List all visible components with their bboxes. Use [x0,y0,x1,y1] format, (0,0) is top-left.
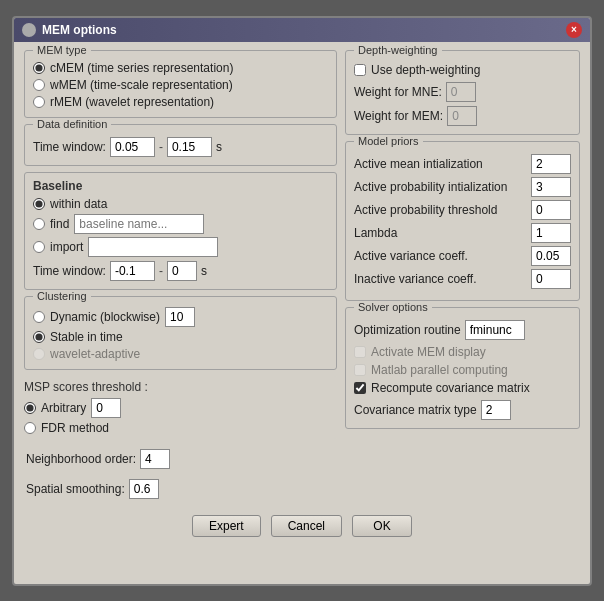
depth-weighting-title: Depth-weighting [354,44,442,56]
baseline-options: within data find import [33,197,328,257]
ok-button[interactable]: OK [352,515,412,537]
button-footer: Expert Cancel OK [14,507,590,547]
dialog-window: MEM options × MEM type cMEM (time series… [12,16,592,586]
wavelet-option[interactable]: wavelet-adaptive [33,347,328,361]
dynamic-option[interactable]: Dynamic (blockwise) [33,307,328,327]
covariance-input[interactable] [481,400,511,420]
baseline-time-unit: s [201,264,207,278]
arbitrary-label: Arbitrary [41,401,86,415]
dynamic-radio[interactable] [33,311,45,323]
activate-mem-label: Activate MEM display [371,345,486,359]
weight-mne-input[interactable] [446,82,476,102]
model-input-4[interactable] [531,246,571,266]
wmem-option[interactable]: wMEM (time-scale representation) [33,78,328,92]
model-row-4: Active variance coeff. [354,246,571,266]
stable-label: Stable in time [50,330,123,344]
stable-option[interactable]: Stable in time [33,330,328,344]
msp-title: MSP scores threshold : [24,380,337,394]
model-input-3[interactable] [531,223,571,243]
spatial-label: Spatial smoothing: [26,482,125,496]
within-data-radio[interactable] [33,198,45,210]
baseline-group: Baseline within data find import [24,172,337,290]
weight-mem-input[interactable] [447,106,477,126]
dynamic-label: Dynamic (blockwise) [50,310,160,324]
spatial-input[interactable] [129,479,159,499]
solver-options-title: Solver options [354,301,432,313]
wavelet-label: wavelet-adaptive [50,347,140,361]
activate-mem-checkbox[interactable] [354,346,366,358]
weight-mne-row: Weight for MNE: [354,82,571,102]
solver-options-group: Solver options Optimization routine Acti… [345,307,580,429]
time-end-input[interactable] [167,137,212,157]
model-label-5: Inactive variance coeff. [354,272,531,286]
cmem-label: cMEM (time series representation) [50,61,233,75]
close-button[interactable]: × [566,22,582,38]
arbitrary-value-input[interactable] [91,398,121,418]
find-radio[interactable] [33,218,45,230]
arbitrary-option[interactable]: Arbitrary [24,398,337,418]
time-unit: s [216,140,222,154]
optimization-input[interactable] [465,320,525,340]
recompute-checkbox[interactable] [354,382,366,394]
cmem-option[interactable]: cMEM (time series representation) [33,61,328,75]
covariance-row: Covariance matrix type [354,400,571,420]
fdr-radio[interactable] [24,422,36,434]
covariance-label: Covariance matrix type [354,403,477,417]
msp-group: MSP scores threshold : Arbitrary FDR met… [24,376,337,439]
activate-mem-option[interactable]: Activate MEM display [354,345,571,359]
use-depth-checkbox[interactable] [354,64,366,76]
wmem-radio[interactable] [33,79,45,91]
wavelet-radio[interactable] [33,348,45,360]
baseline-time-row: Time window: - s [33,261,328,281]
baseline-time-start[interactable] [110,261,155,281]
model-row-2: Active probability threshold [354,200,571,220]
model-label-2: Active probability threshold [354,203,531,217]
model-priors-title: Model priors [354,135,423,147]
weight-mem-row: Weight for MEM: [354,106,571,126]
model-label-4: Active variance coeff. [354,249,531,263]
recompute-option[interactable]: Recompute covariance matrix [354,381,571,395]
matlab-parallel-option[interactable]: Matlab parallel computing [354,363,571,377]
import-input[interactable] [88,237,218,257]
time-start-input[interactable] [110,137,155,157]
model-input-1[interactable] [531,177,571,197]
neighborhood-input[interactable] [140,449,170,469]
within-data-label: within data [50,197,107,211]
right-column: Depth-weighting Use depth-weighting Weig… [345,50,580,499]
wmem-label: wMEM (time-scale representation) [50,78,233,92]
model-row-5: Inactive variance coeff. [354,269,571,289]
data-definition-group: Data definition Time window: - s [24,124,337,166]
clustering-group: Clustering Dynamic (blockwise) Stable in… [24,296,337,370]
baseline-title: Baseline [33,179,328,193]
import-label: import [50,240,83,254]
baseline-name-input[interactable] [74,214,204,234]
title-bar: MEM options × [14,18,590,42]
cancel-button[interactable]: Cancel [271,515,342,537]
model-input-5[interactable] [531,269,571,289]
cmem-radio[interactable] [33,62,45,74]
model-row-3: Lambda [354,223,571,243]
import-option[interactable]: import [33,237,328,257]
rmem-option[interactable]: rMEM (wavelet representation) [33,95,328,109]
expert-button[interactable]: Expert [192,515,261,537]
import-radio[interactable] [33,241,45,253]
rmem-radio[interactable] [33,96,45,108]
clustering-options: Dynamic (blockwise) Stable in time wavel… [33,307,328,361]
spatial-row: Spatial smoothing: [26,479,337,499]
dynamic-value-input[interactable] [165,307,195,327]
model-input-0[interactable] [531,154,571,174]
model-input-2[interactable] [531,200,571,220]
window-icon [22,23,36,37]
matlab-parallel-checkbox[interactable] [354,364,366,376]
fdr-option[interactable]: FDR method [24,421,337,435]
within-data-option[interactable]: within data [33,197,328,211]
baseline-time-end[interactable] [167,261,197,281]
arbitrary-radio[interactable] [24,402,36,414]
model-row-0: Active mean intialization [354,154,571,174]
find-baseline-option[interactable]: find [33,214,328,234]
window-title: MEM options [42,23,117,37]
neighborhood-row: Neighborhood order: [26,449,337,469]
stable-radio[interactable] [33,331,45,343]
clustering-title: Clustering [33,290,91,302]
use-depth-weighting-option[interactable]: Use depth-weighting [354,63,571,77]
